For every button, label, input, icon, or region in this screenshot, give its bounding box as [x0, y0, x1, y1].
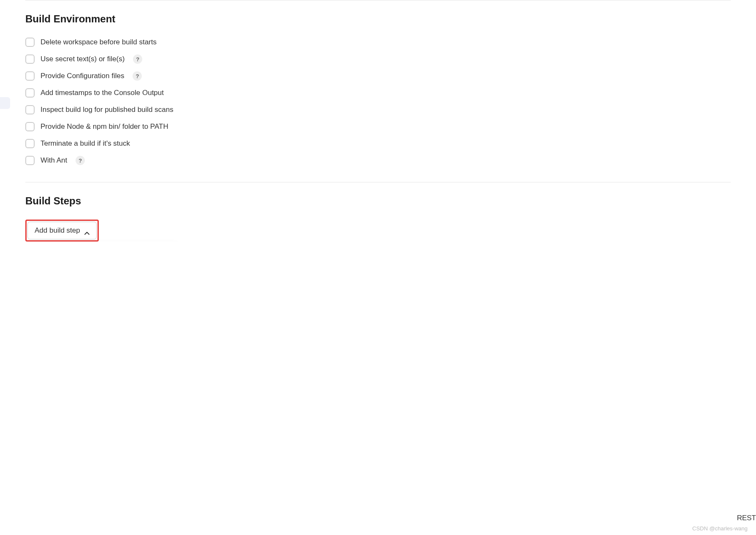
checkbox-inspect-log[interactable]: [25, 105, 35, 114]
build-environment-options: Delete workspace before build starts Use…: [25, 38, 731, 165]
option-with-ant: With Ant ?: [25, 156, 731, 165]
option-terminate-build: Terminate a build if it's stuck: [25, 139, 731, 148]
checkbox-add-timestamps[interactable]: [25, 88, 35, 98]
checkbox-provide-node[interactable]: [25, 122, 35, 131]
section-divider: [25, 182, 731, 182]
dropdown-button-label: Add build step: [35, 226, 80, 235]
option-inspect-log: Inspect build log for published build sc…: [25, 105, 731, 114]
checkbox-with-ant[interactable]: [25, 156, 35, 165]
checkbox-delete-workspace[interactable]: [25, 38, 35, 47]
label-delete-workspace: Delete workspace before build starts: [41, 38, 157, 46]
main-container: Build Environment Delete workspace befor…: [0, 0, 756, 242]
option-provide-node: Provide Node & npm bin/ folder to PATH: [25, 122, 731, 131]
help-icon[interactable]: ?: [76, 156, 85, 165]
checkbox-provide-config[interactable]: [25, 71, 35, 81]
help-icon[interactable]: ?: [133, 54, 142, 64]
chevron-up-icon: [84, 229, 89, 232]
label-provide-node: Provide Node & npm bin/ folder to PATH: [41, 122, 168, 131]
option-provide-config: Provide Configuration files ?: [25, 71, 731, 81]
help-icon[interactable]: ?: [133, 71, 142, 81]
build-environment-title: Build Environment: [25, 13, 731, 25]
build-steps-title: Build Steps: [25, 195, 731, 207]
option-use-secret: Use secret text(s) or file(s) ?: [25, 54, 731, 64]
label-terminate-build: Terminate a build if it's stuck: [41, 139, 130, 148]
option-delete-workspace: Delete workspace before build starts: [25, 38, 731, 47]
label-inspect-log: Inspect build log for published build sc…: [41, 106, 173, 114]
checkbox-terminate-build[interactable]: [25, 139, 35, 148]
highlight-add-build-step: Add build step: [25, 220, 99, 242]
label-with-ant: With Ant: [41, 156, 67, 165]
add-build-step-button[interactable]: Add build step: [27, 222, 97, 239]
top-divider: [25, 0, 731, 0]
left-side-tab[interactable]: [0, 97, 10, 109]
label-provide-config: Provide Configuration files: [41, 72, 124, 80]
option-add-timestamps: Add timestamps to the Console Output: [25, 88, 731, 98]
label-add-timestamps: Add timestamps to the Console Output: [41, 89, 164, 97]
checkbox-use-secret[interactable]: [25, 54, 35, 64]
label-use-secret: Use secret text(s) or file(s): [41, 55, 125, 63]
add-build-step-wrapper: Add build step Execute NodeJS script Exe…: [25, 220, 99, 242]
